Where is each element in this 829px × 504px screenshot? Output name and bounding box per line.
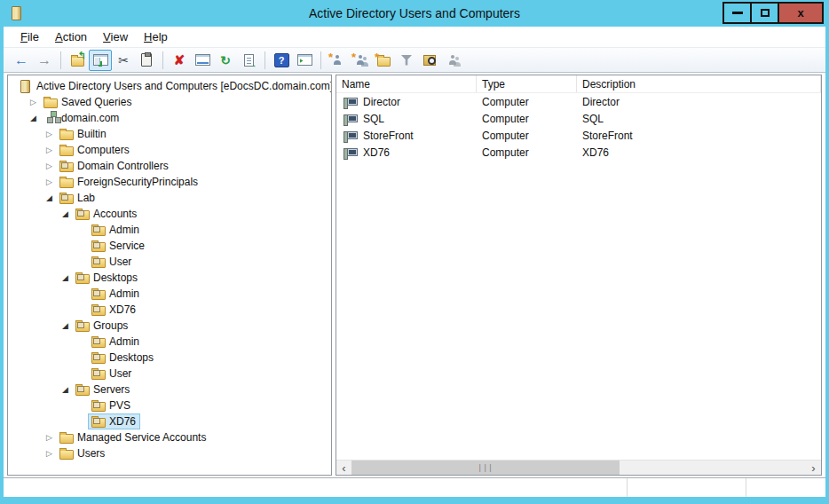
tree-item-xd76[interactable]: XD76: [8, 302, 331, 318]
tree-item-domain-com[interactable]: ◢domain.com: [8, 110, 331, 126]
find-button[interactable]: [418, 50, 441, 71]
scrollbar-thumb[interactable]: |||: [351, 461, 620, 475]
tree-item-users[interactable]: ▷Users: [8, 445, 331, 461]
tree-item-admin[interactable]: Admin: [8, 286, 331, 302]
tree-item-pvs[interactable]: PVS: [8, 398, 331, 413]
expander-collapsed-icon[interactable]: ▷: [27, 98, 40, 106]
expander-expanded-icon[interactable]: ◢: [43, 194, 56, 202]
new-ou-button[interactable]: [372, 50, 395, 71]
tree-item-xd76[interactable]: XD76: [8, 413, 331, 429]
tree-node-content[interactable]: User: [88, 254, 136, 270]
tree-item-admin[interactable]: Admin: [8, 222, 331, 238]
advanced-button[interactable]: [441, 50, 464, 71]
tree-node-content[interactable]: Admin: [88, 222, 144, 238]
tree-item-lab[interactable]: ◢Lab: [8, 190, 331, 206]
tree-node-content[interactable]: XD76: [88, 413, 140, 429]
tree-node-content[interactable]: Service: [88, 238, 149, 254]
column-header-type[interactable]: Type: [477, 75, 577, 92]
up-one-level-button[interactable]: [66, 50, 89, 71]
tree-item-desktops[interactable]: Desktops: [8, 350, 331, 366]
help-button[interactable]: ?: [270, 50, 293, 71]
tree-item-servers[interactable]: ◢Servers: [8, 382, 331, 398]
expander-expanded-icon[interactable]: ◢: [59, 386, 72, 394]
expander-expanded-icon[interactable]: ◢: [59, 322, 72, 330]
tree-item-groups[interactable]: ◢Groups: [8, 318, 331, 334]
properties-button[interactable]: [191, 50, 214, 71]
table-row[interactable]: SQLComputerSQL: [336, 110, 821, 127]
tree-node-content[interactable]: Lab: [56, 190, 99, 206]
tree-node-content[interactable]: Saved Queries: [40, 94, 136, 110]
tree-item-domain-controllers[interactable]: ▷Domain Controllers: [8, 158, 331, 174]
refresh-button[interactable]: ↻: [214, 50, 237, 71]
expander-collapsed-icon[interactable]: ▷: [43, 178, 56, 186]
minimize-button[interactable]: [722, 2, 752, 24]
tree-node-content[interactable]: PVS: [88, 398, 135, 413]
tree-node-content[interactable]: Users: [56, 445, 109, 461]
tree-item-user[interactable]: User: [8, 254, 331, 270]
expander-collapsed-icon[interactable]: ▷: [43, 146, 56, 154]
tree-node-content[interactable]: Domain Controllers: [56, 158, 173, 174]
cell-name: StoreFront: [336, 129, 477, 143]
tree-item-user[interactable]: User: [8, 366, 331, 382]
tree-node-content[interactable]: Servers: [72, 382, 134, 398]
paste-button[interactable]: [135, 50, 158, 71]
maximize-button[interactable]: [750, 2, 779, 24]
menu-view[interactable]: View: [95, 28, 136, 46]
column-header-name[interactable]: Name: [336, 75, 477, 92]
show-action-pane-button[interactable]: [293, 50, 316, 71]
column-header-description[interactable]: Description: [577, 75, 821, 92]
table-row[interactable]: XD76ComputerXD76: [336, 144, 821, 161]
table-row[interactable]: DirectorComputerDirector: [336, 93, 821, 110]
tree-node-content[interactable]: Groups: [72, 318, 132, 334]
filter-button[interactable]: [395, 50, 418, 71]
menu-action[interactable]: Action: [47, 28, 95, 46]
tree-item-active-directory-users-and-computers-edocsdc-domain-com-[interactable]: Active Directory Users and Computers [eD…: [8, 78, 331, 94]
tree-node-content[interactable]: Admin: [88, 334, 144, 350]
tree-item-accounts[interactable]: ◢Accounts: [8, 206, 331, 222]
tree-node-content[interactable]: ForeignSecurityPrincipals: [56, 174, 202, 190]
export-list-button[interactable]: [237, 50, 260, 71]
menu-file[interactable]: File: [12, 28, 47, 46]
expander-expanded-icon[interactable]: ◢: [59, 210, 72, 218]
tree-node-content[interactable]: domain.com: [40, 110, 123, 126]
expander-expanded-icon[interactable]: ◢: [59, 274, 72, 282]
tree-node-content[interactable]: XD76: [88, 302, 140, 318]
tree-node-content[interactable]: Admin: [88, 286, 144, 302]
tree-item-builtin[interactable]: ▷Builtin: [8, 126, 331, 142]
cut-button[interactable]: ✂: [112, 50, 135, 71]
tree-item-foreignsecurityprincipals[interactable]: ▷ForeignSecurityPrincipals: [8, 174, 331, 190]
tree-node-content[interactable]: Managed Service Accounts: [56, 429, 210, 445]
tree-item-managed-service-accounts[interactable]: ▷Managed Service Accounts: [8, 429, 331, 445]
scroll-left-icon[interactable]: ‹: [336, 461, 351, 475]
scrollbar-track[interactable]: |||: [351, 461, 806, 475]
scroll-right-icon[interactable]: ›: [806, 461, 821, 475]
expander-collapsed-icon[interactable]: ▷: [43, 130, 56, 138]
folder-glyph: [59, 130, 74, 140]
tree-item-desktops[interactable]: ◢Desktops: [8, 270, 331, 286]
expander-collapsed-icon[interactable]: ▷: [43, 162, 56, 170]
new-group-button[interactable]: [349, 50, 372, 71]
tree-node-content[interactable]: Desktops: [72, 270, 142, 286]
tree-node-content[interactable]: User: [88, 366, 136, 382]
tree-item-service[interactable]: Service: [8, 238, 331, 254]
close-button[interactable]: x: [778, 2, 824, 24]
forward-button[interactable]: →: [33, 50, 56, 71]
new-user-button[interactable]: [326, 50, 349, 71]
table-row[interactable]: StoreFrontComputerStoreFront: [336, 127, 821, 144]
back-button[interactable]: ←: [10, 50, 33, 71]
tree-item-admin[interactable]: Admin: [8, 334, 331, 350]
tree-node-content[interactable]: Active Directory Users and Computers [eD…: [15, 78, 332, 94]
tree-item-computers[interactable]: ▷Computers: [8, 142, 331, 158]
menu-help[interactable]: Help: [136, 28, 176, 46]
show-console-tree-button[interactable]: [89, 50, 112, 71]
tree-item-saved-queries[interactable]: ▷Saved Queries: [8, 94, 331, 110]
expander-expanded-icon[interactable]: ◢: [27, 114, 40, 122]
horizontal-scrollbar[interactable]: ‹ ||| ›: [336, 460, 821, 475]
tree-node-content[interactable]: Builtin: [56, 126, 111, 142]
tree-node-content[interactable]: Accounts: [72, 206, 141, 222]
tree-node-content[interactable]: Desktops: [88, 350, 158, 366]
delete-button[interactable]: ✘: [168, 50, 191, 71]
tree-node-content[interactable]: Computers: [56, 142, 134, 158]
expander-collapsed-icon[interactable]: ▷: [43, 434, 56, 442]
expander-collapsed-icon[interactable]: ▷: [43, 450, 56, 458]
